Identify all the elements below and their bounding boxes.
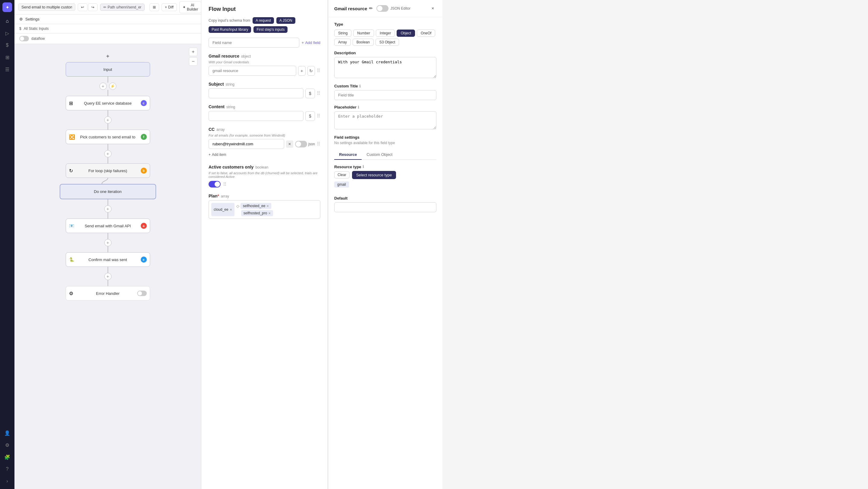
gmail-panel-close-btn[interactable]: ✕ bbox=[429, 5, 436, 12]
flow-node-pick-customers[interactable]: 🔀 Pick customers to send email to f bbox=[66, 130, 150, 144]
add-node-button-7[interactable]: + bbox=[104, 273, 112, 280]
schema-btn-json[interactable]: A JSON bbox=[276, 17, 296, 24]
sidebar-icon-home[interactable]: ⌂ bbox=[2, 16, 13, 27]
type-btn-object[interactable]: Object bbox=[397, 30, 415, 37]
connector-3: + bbox=[104, 144, 112, 163]
gmail-panel-body: Type String Number Integer Object OneOf … bbox=[328, 17, 442, 217]
gmail-panel-tabs: Resource Custom Object bbox=[334, 150, 436, 160]
type-btn-number[interactable]: Number bbox=[353, 30, 374, 37]
field-name-row: + Add field bbox=[209, 38, 320, 48]
ai-builder-button[interactable]: ✦ AI Builder bbox=[179, 1, 201, 13]
content-input[interactable] bbox=[209, 111, 304, 121]
type-btn-integer[interactable]: Integer bbox=[376, 30, 395, 37]
type-btn-oneof[interactable]: OneOf bbox=[417, 30, 435, 37]
flow-node-confirm-mail[interactable]: 🐍 Confirm mail was sent e bbox=[66, 252, 150, 267]
gmail-edit-icon[interactable]: ✏ bbox=[369, 6, 373, 11]
field-settings-sub: No settings available for this field typ… bbox=[334, 141, 436, 145]
plan-tag-selfhosted-pro-remove[interactable]: ✕ bbox=[268, 212, 271, 215]
description-textarea[interactable]: With your Gmail credentials bbox=[334, 57, 436, 78]
active-customers-drag[interactable]: ⠿ bbox=[223, 182, 227, 187]
sidebar-icon-settings[interactable]: ⚙ bbox=[2, 439, 13, 450]
app-logo[interactable]: ✦ bbox=[2, 2, 12, 12]
plan-expand-icon[interactable]: ◇ bbox=[236, 204, 239, 208]
schema-btn-past-runs[interactable]: Past Runs/Input library bbox=[209, 26, 251, 33]
redo-button[interactable]: ↪ bbox=[88, 3, 98, 11]
content-drag-handle[interactable]: ⠿ bbox=[317, 113, 320, 119]
tab-custom-object[interactable]: Custom Object bbox=[362, 150, 397, 160]
cc-remove-btn[interactable]: ✕ bbox=[286, 141, 293, 148]
add-node-button-2[interactable]: + bbox=[104, 116, 112, 124]
expand-button[interactable]: ⊞ bbox=[150, 3, 159, 11]
add-field-button[interactable]: + Add field bbox=[302, 40, 320, 45]
sidebar-icon-dollar[interactable]: $ bbox=[2, 40, 13, 51]
cc-add-item-btn[interactable]: + Add item bbox=[209, 151, 320, 159]
query-ee-badge: c bbox=[141, 100, 147, 106]
cc-item-row: ✕ json ⠿ bbox=[209, 139, 320, 149]
gmail-refresh-btn[interactable]: ↻ bbox=[307, 66, 315, 76]
field-name-input[interactable] bbox=[209, 38, 299, 48]
select-resource-type-btn[interactable]: Select resource type bbox=[352, 171, 396, 179]
flow-node-query-ee[interactable]: ⊞ Query EE service database c bbox=[66, 96, 150, 110]
cc-json-toggle[interactable]: json bbox=[295, 141, 315, 147]
field-cc: CC array For all emails (for example, so… bbox=[209, 127, 320, 159]
gmail-add-btn[interactable]: + bbox=[298, 66, 306, 76]
cc-input[interactable] bbox=[209, 139, 284, 149]
ai-node-button-1[interactable]: ⚡ bbox=[109, 83, 116, 90]
zoom-out-button[interactable]: − bbox=[189, 57, 197, 66]
tab-resource[interactable]: Resource bbox=[334, 150, 362, 160]
json-editor-toggle-switch[interactable] bbox=[376, 5, 389, 12]
flow-node-do-iteration[interactable]: Do one iteration bbox=[60, 184, 156, 199]
add-node-button-3[interactable]: + bbox=[104, 150, 112, 157]
subject-input[interactable] bbox=[209, 88, 304, 98]
add-node-button-1[interactable]: + bbox=[99, 83, 107, 90]
type-btn-string[interactable]: String bbox=[334, 30, 351, 37]
plan-tag-selfhosted-ee-remove[interactable]: ✕ bbox=[267, 205, 269, 208]
plan-tag-cloud-ee-remove[interactable]: ✕ bbox=[230, 208, 232, 211]
placeholder-textarea[interactable] bbox=[334, 111, 436, 129]
gmail-resource-input[interactable] bbox=[209, 66, 296, 76]
type-btn-s3object[interactable]: S3 Object bbox=[375, 39, 399, 46]
flow-node-input[interactable]: Input bbox=[66, 62, 150, 77]
sidebar-icon-arrow[interactable]: › bbox=[2, 476, 13, 487]
gmail-drag-handle[interactable]: ⠿ bbox=[317, 68, 320, 73]
subject-drag-handle[interactable]: ⠿ bbox=[317, 90, 320, 96]
flow-canvas[interactable]: + − ✦ Input + ⚡ bbox=[14, 44, 201, 489]
type-btn-array[interactable]: Array bbox=[334, 39, 351, 46]
flow-node-send-email[interactable]: 📧 Send email with Gmail API a bbox=[66, 219, 150, 233]
copy-schema-row: Copy input's schema from A request A JSO… bbox=[209, 17, 320, 33]
custom-title-input[interactable] bbox=[334, 90, 436, 100]
dataflow-toggle[interactable] bbox=[19, 36, 29, 41]
diff-button[interactable]: + Diff bbox=[161, 3, 177, 11]
sidebar-icon-play[interactable]: ▷ bbox=[2, 28, 13, 39]
zoom-in-button[interactable]: + bbox=[189, 48, 197, 56]
connector-2: + bbox=[104, 110, 112, 130]
sidebar-icon-help[interactable]: ? bbox=[2, 464, 13, 475]
cc-drag-handle[interactable]: ⠿ bbox=[317, 141, 320, 147]
sidebar-icon-grid[interactable]: ⊞ bbox=[2, 52, 13, 63]
connector-7: + bbox=[104, 267, 112, 286]
schema-btn-first-step[interactable]: First step's inputs bbox=[253, 26, 287, 33]
path-badge[interactable]: ✏ Path u/henri/send_er bbox=[100, 4, 145, 11]
flow-title-input[interactable] bbox=[18, 3, 75, 11]
settings-bar: ⚙ Settings bbox=[14, 14, 201, 24]
sidebar-icon-person[interactable]: 👤 bbox=[2, 428, 13, 438]
clear-btn[interactable]: Clear bbox=[334, 171, 350, 179]
undo-button[interactable]: ↩ bbox=[78, 3, 87, 11]
sidebar-icon-list[interactable]: ☰ bbox=[2, 64, 13, 75]
default-input[interactable] bbox=[334, 202, 436, 212]
add-node-button-6[interactable]: + bbox=[104, 239, 112, 246]
active-customers-toggle[interactable] bbox=[209, 181, 221, 187]
connector-6: + bbox=[104, 233, 112, 252]
type-btn-boolean[interactable]: Boolean bbox=[352, 39, 374, 46]
content-dollar-btn[interactable]: $ bbox=[305, 111, 315, 121]
schema-btn-request[interactable]: A request bbox=[253, 17, 274, 24]
flow-node-error-handler[interactable]: ⚙ Error Handler bbox=[66, 286, 150, 301]
resource-type-actions: Clear Select resource type bbox=[334, 171, 436, 179]
sidebar-icon-puzzle[interactable]: 🧩 bbox=[2, 452, 13, 462]
subject-dollar-btn[interactable]: $ bbox=[305, 89, 315, 98]
cc-json-toggle-switch[interactable] bbox=[295, 141, 307, 147]
custom-title-info-icon: ℹ bbox=[359, 84, 361, 88]
flow-node-for-loop[interactable]: ↻ For loop (skip failures) b bbox=[66, 163, 150, 178]
add-node-button-5[interactable]: + bbox=[104, 205, 112, 213]
error-handler-toggle[interactable] bbox=[137, 291, 147, 296]
